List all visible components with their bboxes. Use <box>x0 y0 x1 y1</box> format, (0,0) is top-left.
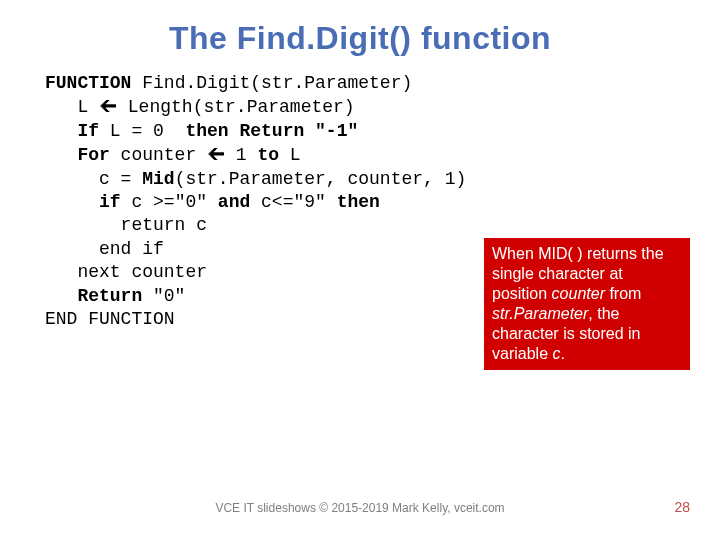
kw-then: then <box>337 192 380 212</box>
page-number: 28 <box>674 499 690 515</box>
code-text: counter <box>110 145 207 165</box>
kw-if: If <box>45 121 99 141</box>
code-text: L = 0 <box>99 121 185 141</box>
callout-italic: counter <box>552 285 605 302</box>
callout-text: . <box>560 345 564 362</box>
kw-to: to <box>257 145 279 165</box>
kw-if: if <box>45 192 121 212</box>
code-text: return c <box>45 215 207 235</box>
code-text: "0" <box>142 286 185 306</box>
kw-then-return: then Return "-1" <box>185 121 358 141</box>
kw-for: For <box>45 145 110 165</box>
arrow-icon: 🡨 <box>99 96 117 116</box>
callout-text: from <box>605 285 641 302</box>
page-title: The Find.Digit() function <box>0 0 720 72</box>
kw-function: FUNCTION <box>45 73 131 93</box>
code-text: next counter <box>45 262 207 282</box>
footer-text: VCE IT slideshows © 2015-2019 Mark Kelly… <box>0 501 720 515</box>
code-text: L <box>45 97 99 117</box>
code-text: L <box>279 145 301 165</box>
code-text: 1 <box>225 145 257 165</box>
arrow-icon: 🡨 <box>207 144 225 164</box>
callout-box: When MID( ) returns the single character… <box>484 238 690 370</box>
code-text: (str.Parameter, counter, 1) <box>175 169 467 189</box>
code-text: Length(str.Parameter) <box>117 97 355 117</box>
kw-mid: Mid <box>142 169 174 189</box>
callout-italic: str.Parameter <box>492 305 588 322</box>
kw-return: Return <box>45 286 142 306</box>
code-text: c<="9" <box>250 192 336 212</box>
kw-and: and <box>218 192 250 212</box>
code-text: c >="0" <box>121 192 218 212</box>
code-text: end if <box>45 239 164 259</box>
code-text: END FUNCTION <box>45 309 175 329</box>
code-text: c = <box>45 169 142 189</box>
code-text: Find.Digit(str.Parameter) <box>131 73 412 93</box>
